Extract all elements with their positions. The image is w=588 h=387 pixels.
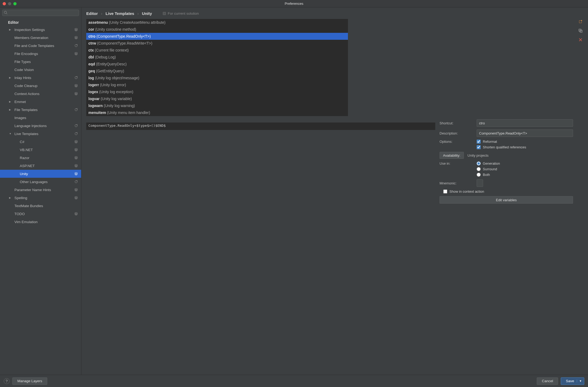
new-template-icon[interactable] — [578, 19, 583, 24]
duplicate-template-icon[interactable] — [578, 29, 583, 33]
template-item[interactable]: ctrw (ComponentType.ReadWrite<T>) — [86, 40, 348, 47]
sidebar-item[interactable]: ▶Inspection Settings — [0, 26, 81, 34]
sidebar-item[interactable]: TextMate Bundles — [0, 202, 81, 210]
scope-label[interactable]: For current solution — [163, 11, 199, 15]
layers-icon — [74, 36, 78, 40]
minimize-icon[interactable] — [8, 2, 11, 5]
sidebar-item[interactable]: Code Cleanup — [0, 82, 81, 90]
sidebar-item[interactable]: Unity — [0, 170, 81, 178]
sidebar-item[interactable]: TODO — [0, 210, 81, 218]
usein-surround-radio[interactable]: Surround — [477, 167, 573, 171]
chevron-right-icon[interactable]: ▶ — [9, 196, 12, 199]
template-item[interactable]: cor (Unity coroutine method) — [86, 26, 348, 33]
description-input[interactable] — [477, 129, 573, 137]
cancel-button[interactable]: Cancel — [537, 377, 558, 385]
sidebar-item-label: Code Cleanup — [14, 84, 37, 88]
help-icon[interactable]: ? — [4, 378, 10, 384]
template-item[interactable]: ctro (ComponentType.ReadOnly<T>) — [86, 33, 348, 40]
delete-template-icon[interactable] — [578, 38, 583, 42]
reformat-checkbox[interactable]: Reformat — [477, 140, 573, 144]
sidebar-item[interactable]: Context Actions — [0, 90, 81, 98]
chevron-right-icon[interactable]: ▶ — [9, 76, 12, 79]
content-pane: Editor › Live Templates › Unity For curr… — [81, 7, 588, 375]
sidebar-item[interactable]: Images — [0, 114, 81, 122]
template-item[interactable]: logvar (Unity log variable) — [86, 95, 348, 102]
breadcrumb-part[interactable]: Editor — [86, 11, 98, 16]
svg-marker-14 — [75, 156, 78, 158]
layers-icon — [74, 148, 78, 152]
sidebar: Editor ▶Inspection SettingsMembers Gener… — [0, 7, 81, 375]
breadcrumb-part[interactable]: Live Templates — [105, 11, 134, 16]
template-item[interactable]: logerr (Unity log error) — [86, 81, 348, 88]
template-item[interactable]: dbl (Debug.Log) — [86, 54, 348, 61]
sidebar-item[interactable]: File and Code Templates — [0, 42, 81, 50]
template-list[interactable]: assetmenu (Unity CreateAssetMenu attribu… — [86, 19, 348, 116]
search-input[interactable] — [2, 10, 79, 16]
sidebar-item[interactable]: ▼Live Templates — [0, 130, 81, 138]
usein-both-radio[interactable]: Both — [477, 173, 573, 177]
edit-variables-button[interactable]: Edit variables — [440, 196, 573, 204]
svg-marker-19 — [75, 196, 78, 198]
usein-label: Use in: — [440, 161, 473, 165]
window-title: Preferences — [0, 2, 588, 6]
restore-icon — [74, 124, 78, 128]
usein-generation-radio[interactable]: Generation — [477, 161, 573, 165]
layers-icon — [74, 188, 78, 192]
mnemonic-input[interactable] — [477, 179, 483, 187]
template-code-editor[interactable]: ComponentType.ReadOnly<$type$>()$END$ — [86, 123, 435, 130]
template-desc: (Unity log exception) — [98, 90, 134, 94]
svg-marker-18 — [75, 188, 78, 190]
shorten-refs-checkbox[interactable]: Shorten qualified references — [477, 145, 573, 149]
close-icon[interactable] — [3, 2, 6, 5]
sidebar-item-label: Unity — [20, 172, 28, 176]
sidebar-item[interactable]: ▶Inlay Hints — [0, 74, 81, 82]
sidebar-item[interactable]: C# — [0, 138, 81, 146]
template-item[interactable]: assetmenu (Unity CreateAssetMenu attribu… — [86, 19, 348, 26]
template-desc: (ComponentType.ReadWrite<T>) — [96, 41, 152, 45]
template-item[interactable]: logex (Unity log exception) — [86, 88, 348, 95]
sidebar-item[interactable]: ASP.NET — [0, 162, 81, 170]
restore-icon — [74, 132, 78, 136]
template-desc: (Unity log object/message) — [94, 76, 139, 80]
restore-icon — [74, 76, 78, 80]
sidebar-item[interactable]: Language Injections — [0, 122, 81, 130]
sidebar-item[interactable]: ▶Emmet — [0, 98, 81, 106]
template-item[interactable]: menuitem (Unity menu item handler) — [86, 109, 348, 116]
template-item[interactable]: log (Unity log object/message) — [86, 74, 348, 81]
sidebar-item[interactable]: VB.NET — [0, 146, 81, 154]
sidebar-item[interactable]: Other Languages — [0, 178, 81, 186]
chevron-right-icon[interactable]: ▶ — [9, 100, 12, 103]
layers-icon — [74, 28, 78, 31]
layers-icon — [74, 172, 78, 176]
sidebar-item-label: Context Actions — [14, 92, 40, 96]
sidebar-item[interactable]: ▶File Templates — [0, 106, 81, 114]
svg-marker-13 — [75, 148, 78, 150]
maximize-icon[interactable] — [13, 2, 17, 5]
sidebar-item[interactable]: File Types — [0, 58, 81, 66]
chevron-down-icon[interactable]: ▼ — [9, 132, 12, 135]
sidebar-item[interactable]: Razor — [0, 154, 81, 162]
template-abbr: dbl — [88, 55, 94, 59]
availability-button[interactable]: Availability: — [440, 152, 464, 159]
shortcut-input[interactable] — [477, 119, 573, 127]
save-button[interactable]: Save ▼ — [561, 377, 584, 385]
chevron-down-icon[interactable]: ▼ — [577, 380, 582, 382]
sidebar-item[interactable]: Code Vision — [0, 66, 81, 74]
template-item[interactable]: ctx (Current file context) — [86, 47, 348, 54]
chevron-right-icon: › — [138, 11, 139, 16]
manage-layers-button[interactable]: Manage Layers — [12, 377, 47, 385]
restore-icon — [74, 108, 78, 112]
sidebar-item[interactable]: ▶Spelling — [0, 194, 81, 202]
template-desc: (Unity log variable) — [100, 97, 132, 101]
template-item[interactable]: logwarn (Unity log warning) — [86, 102, 348, 109]
sidebar-item[interactable]: Parameter Name Hints — [0, 186, 81, 194]
sidebar-item[interactable]: File Encodings — [0, 50, 81, 58]
sidebar-item[interactable]: Vim Emulation — [0, 218, 81, 226]
show-context-action-checkbox[interactable]: Show in context action — [443, 189, 484, 194]
template-item[interactable]: eqd (EntityQueryDesc) — [86, 61, 348, 68]
chevron-right-icon[interactable]: ▶ — [9, 28, 12, 31]
chevron-right-icon[interactable]: ▶ — [9, 108, 12, 111]
template-properties: Shortcut: Description: Options: — [440, 119, 573, 375]
sidebar-item[interactable]: Members Generation — [0, 34, 81, 42]
template-item[interactable]: geq (GetEntityQuery) — [86, 68, 348, 74]
